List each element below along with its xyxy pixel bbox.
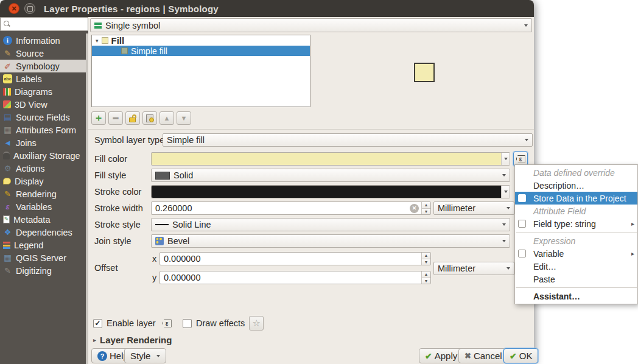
attributes-form-icon [3,125,12,135]
chevron-down-icon [507,207,510,209]
sidebar-item-actions[interactable]: Actions [0,162,86,175]
offset-y-label: y [152,273,156,282]
diagrams-icon [3,88,11,96]
stroke-style-value: Solid Line [172,220,211,229]
menu-item-field-type-string[interactable]: Field type: string▸ [515,217,637,230]
move-up-button[interactable]: ▲ [160,111,174,125]
sidebar-search[interactable] [0,17,88,31]
layer-rendering-section[interactable]: ▸ Layer Rendering [93,335,172,345]
stroke-width-input[interactable] [152,203,410,213]
sidebar-item-digitizing[interactable]: Digitizing [0,264,86,277]
offset-x-input[interactable] [160,254,421,264]
sidebar-item-labels[interactable]: Labels [0,72,86,85]
menu-item-edit[interactable]: Edit… [515,260,637,273]
sidebar-item-3d-view[interactable]: 3D View [0,98,86,111]
menu-item-variable[interactable]: Variable▸ [515,247,637,260]
add-symbol-layer-button[interactable]: ＋ [91,111,106,125]
offset-unit-combo[interactable]: Millimeter [433,262,514,275]
spin-up-icon[interactable]: ▲ [422,253,430,259]
auxiliary-storage-icon [3,152,10,159]
maximize-window-icon[interactable] [24,3,35,14]
fill-color-picker[interactable] [151,152,510,166]
offset-y-spinbox[interactable]: ▲▼ [160,271,431,284]
customize-effects-button[interactable]: ☆ [249,316,264,331]
sidebar-item-joins[interactable]: Joins [0,136,86,149]
spin-up-icon[interactable]: ▲ [422,202,430,209]
sidebar-item-variables[interactable]: Variables [0,200,86,213]
sidebar-item-legend[interactable]: Legend [0,239,86,251]
screenshot-root: ✕ Layer Properties - regions | Symbology… [0,0,638,364]
offset-x-spinner[interactable]: ▲▼ [421,253,430,265]
enable-layer-data-defined-override-icon[interactable]: ▾ [163,320,172,327]
fill-style-combo[interactable]: Solid [151,169,510,182]
sidebar-item-information[interactable]: Information [0,34,86,47]
cancel-button[interactable]: ✖ Cancel [458,348,508,363]
style-button[interactable]: Style [124,348,166,363]
remove-symbol-layer-button[interactable]: ━ [108,111,123,125]
symbol-tree-item-simple-fill[interactable]: Simple fill [92,46,310,56]
menu-item-assistant[interactable]: Assistant… [515,290,637,303]
stroke-color-picker[interactable] [151,185,510,198]
spin-down-icon[interactable]: ▼ [422,209,430,215]
draw-effects-row: Draw effects ☆ [183,316,264,331]
move-down-button[interactable]: ▼ [177,111,191,125]
stroke-width-spinbox[interactable]: ✕ ▲▼ [151,201,431,215]
sidebar-item-display[interactable]: Display [0,175,86,187]
apply-button[interactable]: ✔ Apply [419,348,463,363]
spin-down-icon[interactable]: ▼ [422,259,430,265]
bevel-join-icon [155,237,164,245]
chevron-down-icon[interactable] [501,186,510,198]
sidebar-item-metadata[interactable]: Metadata [0,213,86,226]
offset-x-spinbox[interactable]: ▲▼ [160,252,431,265]
enable-layer-checkbox[interactable] [93,319,102,328]
sidebar-item-qgis-server[interactable]: QGIS Server [0,251,86,264]
menu-item-paste[interactable]: Paste [515,273,637,285]
offset-unit-value: Millimeter [438,264,475,273]
menu-checkbox-icon[interactable] [518,220,526,228]
stroke-color-swatch [152,186,501,198]
menu-item-description[interactable]: Description… [515,179,637,192]
menu-header-attribute-field: Attribute Field [515,205,637,217]
sidebar-item-source[interactable]: Source [0,47,86,60]
sidebar-item-diagrams[interactable]: Diagrams [0,85,86,98]
close-window-icon[interactable]: ✕ [9,3,19,14]
offset-y-input[interactable] [160,273,421,282]
chevron-down-icon [502,223,506,226]
sidebar-item-attributes-form[interactable]: Attributes Form [0,124,86,136]
fill-symbol-swatch-icon [102,37,108,44]
sidebar-item-dependencies[interactable]: Dependencies [0,226,86,239]
duplicate-symbol-layer-button[interactable] [142,111,157,125]
draw-effects-checkbox[interactable] [183,319,192,328]
menu-checkbox-icon[interactable] [518,194,526,202]
joins-icon [3,138,12,147]
chevron-down-icon[interactable] [501,153,510,165]
spin-down-icon[interactable]: ▼ [422,278,430,284]
stroke-style-combo[interactable]: Solid Line [151,218,510,231]
join-style-combo[interactable]: Bevel [151,234,510,248]
renderer-combo[interactable]: Single symbol [90,18,532,32]
collapsed-arrow-icon[interactable]: ▸ [93,337,96,343]
stroke-width-unit-combo[interactable]: Millimeter [433,201,514,215]
lock-color-button[interactable] [125,111,140,125]
search-input[interactable] [12,18,88,30]
chevron-down-icon [525,139,528,141]
apply-check-icon: ✔ [425,351,432,361]
sidebar-item-symbology[interactable]: Symbology [0,60,86,72]
chevron-down-icon [507,267,510,270]
cancel-x-icon: ✖ [464,351,471,360]
sidebar-item-rendering[interactable]: Rendering [0,187,86,200]
sidebar-item-auxiliary-storage[interactable]: Auxiliary Storage [0,149,86,162]
menu-checkbox-icon[interactable] [518,250,526,257]
duplicate-symbol-layer-icon [146,114,154,122]
offset-y-spinner[interactable]: ▲▼ [421,271,430,284]
ok-button[interactable]: ✔ OK [503,348,538,363]
sidebar-item-source-fields[interactable]: Source Fields [0,111,86,124]
spin-up-icon[interactable]: ▲ [422,271,430,278]
symbol-tree-item-fill[interactable]: ▾ Fill [92,35,310,46]
title-bar[interactable]: ✕ Layer Properties - regions | Symbology [0,0,534,17]
clear-value-icon[interactable]: ✕ [410,204,419,213]
menu-item-store-data-in-the-project[interactable]: Store Data in the Project [515,192,637,205]
tree-expander-icon[interactable]: ▾ [96,38,99,44]
stroke-width-spinner[interactable]: ▲▼ [421,202,430,214]
symbol-layer-type-combo[interactable]: Simple fill [163,133,533,147]
